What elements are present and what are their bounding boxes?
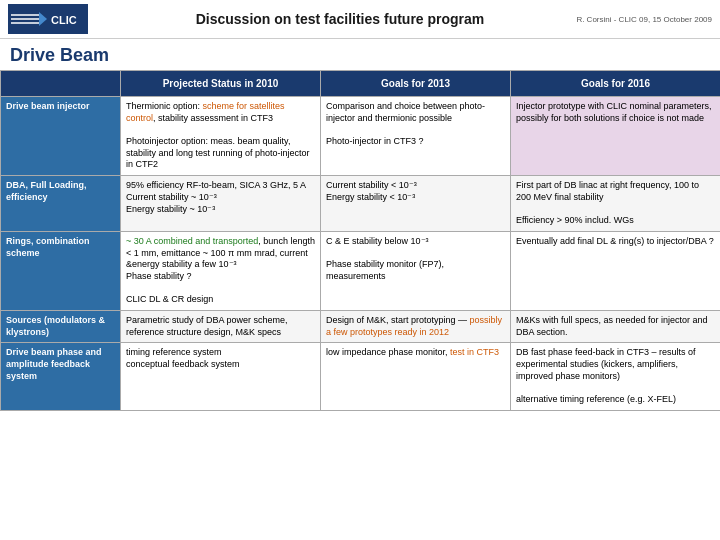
page-header: CLIC Discussion on test facilities futur… (0, 0, 720, 39)
cell-sources-2013: Design of M&K, start prototyping — possi… (321, 311, 511, 343)
cell-feedback-2013: low impedance phase monitor, test in CTF… (321, 343, 511, 410)
row-label-dba: DBA, Full Loading, efficiency (1, 176, 121, 232)
highlight-rings-text: ~ 30 A combined and transported (126, 236, 258, 246)
highlight-sources-text: possibly a few prototypes ready in 2012 (326, 315, 502, 337)
cell-dba-2016: First part of DB linac at right frequenc… (511, 176, 721, 232)
cell-rings-2013: C & E stability below 10⁻³ Phase stabili… (321, 231, 511, 310)
row-label-sources: Sources (modulators & klystrons) (1, 311, 121, 343)
col-header-proj2010: Projected Status in 2010 (121, 71, 321, 97)
cell-dba-proj2010: 95% efficiency RF-to-beam, SICA 3 GHz, 5… (121, 176, 321, 232)
row-label-feedback: Drive beam phase and amplitude feedback … (1, 343, 121, 410)
main-table: Projected Status in 2010 Goals for 2013 … (0, 70, 720, 411)
cell-injector-proj2010: Thermionic option: scheme for satellites… (121, 97, 321, 176)
table-row: DBA, Full Loading, efficiency 95% effici… (1, 176, 721, 232)
page-title: Discussion on test facilities future pro… (128, 11, 552, 27)
author-text: R. Corsini - CLIC 09, 15 October 2009 (576, 15, 712, 24)
svg-text:CLIC: CLIC (51, 14, 77, 26)
table-row: Drive beam phase and amplitude feedback … (1, 343, 721, 410)
cell-feedback-proj2010: timing reference system conceptual feedb… (121, 343, 321, 410)
title-text: Discussion on test facilities future pro… (196, 11, 485, 27)
highlight-feedback-text: test in CTF3 (450, 347, 499, 357)
logo-area: CLIC (8, 4, 128, 34)
highlight-text: scheme for satellites control (126, 101, 285, 123)
clic-logo: CLIC (8, 4, 88, 34)
col-header-proj2010-text: Projected Status in 2010 (163, 78, 279, 89)
row-label-rings: Rings, combination scheme (1, 231, 121, 310)
cell-rings-proj2010: ~ 30 A combined and transported, bunch l… (121, 231, 321, 310)
cell-dba-2013: Current stability < 10⁻³ Energy stabilit… (321, 176, 511, 232)
col-header-2013: Goals for 2013 (321, 71, 511, 97)
author-info: R. Corsini - CLIC 09, 15 October 2009 (552, 15, 712, 24)
col-header-empty (1, 71, 121, 97)
table-row: Rings, combination scheme ~ 30 A combine… (1, 231, 721, 310)
cell-rings-2016: Eventually add final DL & ring(s) to inj… (511, 231, 721, 310)
col-header-2013-text: Goals for 2013 (381, 78, 450, 89)
cell-feedback-2016: DB fast phase feed-back in CTF3 – result… (511, 343, 721, 410)
section-title: Drive Beam (0, 39, 720, 70)
col-header-2016-text: Goals for 2016 (581, 78, 650, 89)
table-row: Drive beam injector Thermionic option: s… (1, 97, 721, 176)
cell-injector-2016: Injector prototype with CLIC nominal par… (511, 97, 721, 176)
col-header-2016: Goals for 2016 (511, 71, 721, 97)
table-row: Sources (modulators & klystrons) Paramet… (1, 311, 721, 343)
cell-injector-2013: Comparison and choice between photo-inje… (321, 97, 511, 176)
section-title-text: Drive Beam (10, 45, 109, 65)
cell-sources-2016: M&Ks with full specs, as needed for inje… (511, 311, 721, 343)
cell-sources-proj2010: Parametric study of DBA power scheme, re… (121, 311, 321, 343)
table-header-row: Projected Status in 2010 Goals for 2013 … (1, 71, 721, 97)
row-label-injector: Drive beam injector (1, 97, 121, 176)
